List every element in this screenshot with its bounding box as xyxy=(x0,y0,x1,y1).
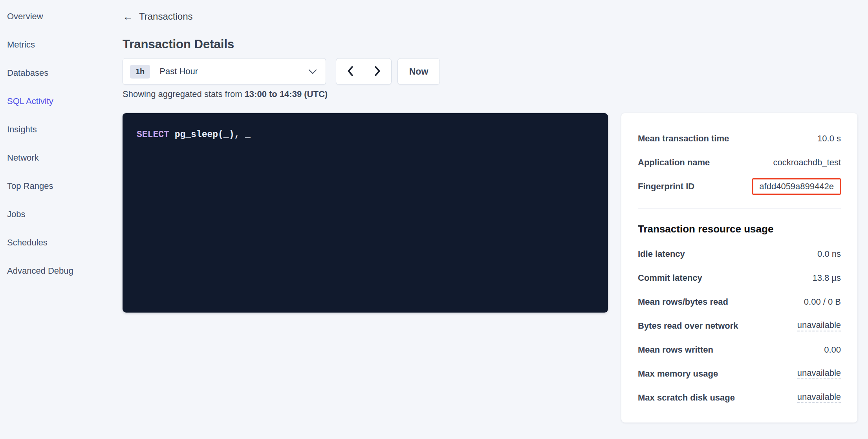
summary-stats: Mean transaction time10.0 sApplication n… xyxy=(638,126,841,198)
resource-usage-title: Transaction resource usage xyxy=(638,223,841,235)
arrow-left-icon[interactable]: ← xyxy=(123,11,133,22)
time-pager xyxy=(336,58,392,85)
fingerprint-id-value: afdd4059a899442e xyxy=(752,178,841,195)
stat-label: Idle latency xyxy=(638,249,685,259)
caption-time-range: 13:00 to 14:39 (UTC) xyxy=(245,89,328,99)
sidebar-nav: OverviewMetricsDatabasesSQL ActivityInsi… xyxy=(7,2,117,285)
breadcrumb-back-link[interactable]: ← Transactions xyxy=(123,10,193,23)
stat-row: Application namecockroachdb_test xyxy=(638,150,841,174)
details-panel: Mean transaction time10.0 sApplication n… xyxy=(621,113,857,423)
stat-value: 10.0 s xyxy=(817,134,841,144)
stat-row: Idle latency0.0 ns xyxy=(638,242,841,266)
stat-row: Commit latency13.8 µs xyxy=(638,266,841,290)
stat-value: 0.0 ns xyxy=(817,249,841,259)
sidebar-item-overview[interactable]: Overview xyxy=(7,2,117,31)
stat-value: 13.8 µs xyxy=(812,273,841,283)
stat-value: 0.00 xyxy=(824,345,841,355)
chevron-left-icon xyxy=(347,66,353,78)
stat-value: unavailable xyxy=(797,368,841,379)
aggregated-stats-caption: Showing aggregated stats from 13:00 to 1… xyxy=(123,89,328,99)
sql-statement-box: SELECT pg_sleep(_), _ xyxy=(123,113,608,313)
sidebar-item-insights[interactable]: Insights xyxy=(7,115,117,144)
stat-label: Mean transaction time xyxy=(638,134,729,144)
stat-row: Bytes read over networkunavailable xyxy=(638,314,841,338)
page-title: Transaction Details xyxy=(123,37,234,51)
sidebar-item-databases[interactable]: Databases xyxy=(7,59,117,87)
sql-statement: SELECT pg_sleep(_), _ xyxy=(123,113,608,157)
resource-stats: Idle latency0.0 nsCommit latency13.8 µsM… xyxy=(638,242,841,410)
stat-value: unavailable xyxy=(797,392,841,403)
stat-row: Mean rows written0.00 xyxy=(638,338,841,362)
transaction-details-page: OverviewMetricsDatabasesSQL ActivityInsi… xyxy=(0,0,868,439)
sidebar-item-advanced-debug[interactable]: Advanced Debug xyxy=(7,257,117,285)
chevron-down-icon xyxy=(308,69,317,74)
stat-value: cockroachdb_test xyxy=(773,157,841,168)
stat-row: Mean transaction time10.0 s xyxy=(638,126,841,150)
stat-row: Max memory usageunavailable xyxy=(638,362,841,386)
sidebar-item-top-ranges[interactable]: Top Ranges xyxy=(7,172,117,200)
stat-label: Mean rows written xyxy=(638,345,713,355)
stat-label: Max scratch disk usage xyxy=(638,393,735,403)
chevron-right-icon xyxy=(374,66,381,78)
sidebar-item-jobs[interactable]: Jobs xyxy=(7,200,117,229)
stat-row: Mean rows/bytes read0.00 / 0 B xyxy=(638,290,841,314)
sql-body: pg_sleep(_), _ xyxy=(169,130,251,140)
time-range-badge: 1h xyxy=(130,65,150,79)
stat-label: Application name xyxy=(638,157,710,168)
stat-value: unavailable xyxy=(797,320,841,331)
sidebar: OverviewMetricsDatabasesSQL ActivityInsi… xyxy=(7,2,117,285)
stat-label: Max memory usage xyxy=(638,369,718,379)
stat-value: 0.00 / 0 B xyxy=(804,297,841,307)
prev-interval-button[interactable] xyxy=(336,58,364,85)
sql-keyword: SELECT xyxy=(137,130,169,140)
sidebar-item-sql-activity[interactable]: SQL Activity xyxy=(7,87,117,115)
sidebar-item-schedules[interactable]: Schedules xyxy=(7,229,117,257)
stat-label: Bytes read over network xyxy=(638,321,738,331)
stat-label: Fingerprint ID xyxy=(638,181,694,192)
sidebar-item-metrics[interactable]: Metrics xyxy=(7,31,117,59)
time-range-selected: Past Hour xyxy=(159,66,198,77)
time-range-dropdown[interactable]: 1h Past Hour xyxy=(123,58,326,85)
breadcrumb-label[interactable]: Transactions xyxy=(139,11,193,22)
divider xyxy=(638,208,841,209)
stat-label: Commit latency xyxy=(638,273,702,283)
stat-label: Mean rows/bytes read xyxy=(638,297,728,307)
now-button[interactable]: Now xyxy=(397,58,440,85)
stat-row: Max scratch disk usageunavailable xyxy=(638,386,841,410)
next-interval-button[interactable] xyxy=(364,58,392,85)
caption-prefix: Showing aggregated stats from xyxy=(123,89,245,99)
time-controls: 1h Past Hour Now xyxy=(123,58,440,85)
sidebar-item-network[interactable]: Network xyxy=(7,144,117,172)
stat-row: Fingerprint IDafdd4059a899442e xyxy=(638,174,841,198)
